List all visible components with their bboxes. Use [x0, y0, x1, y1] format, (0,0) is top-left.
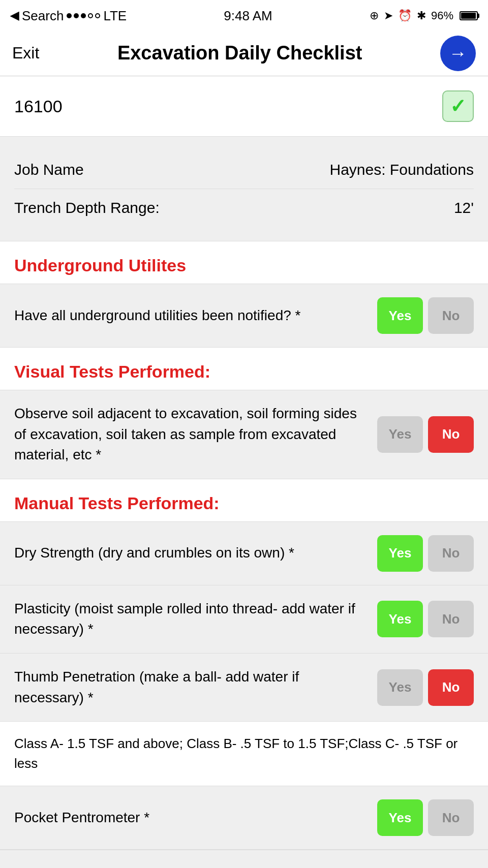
- dot3: [81, 13, 86, 18]
- checkmark-icon: ✓: [450, 95, 466, 117]
- status-right: ⊕ ➤ ⏰ ✱ 96%: [370, 9, 478, 22]
- thumb-penetration-yes-button[interactable]: Yes: [377, 669, 423, 706]
- underground-utilities-yes-no: Yes No: [377, 297, 474, 334]
- trench-depth-label: Trench Depth Range:: [14, 199, 160, 216]
- plasticity-question: Plasticity (moist sample rolled into thr…: [14, 599, 367, 640]
- manual-tests-title: Manual Tests Performed:: [14, 493, 220, 513]
- pocket-penetrometer-yes-no: Yes No: [377, 799, 474, 836]
- thumb-penetration-yes-no: Yes No: [377, 669, 474, 706]
- form-section: Job Name Haynes: Foundations Trench Dept…: [0, 136, 488, 241]
- time-label: 9:48 AM: [224, 8, 272, 24]
- manual-tests-header: Manual Tests Performed:: [0, 479, 488, 521]
- visual-tests-yes-button[interactable]: Yes: [377, 416, 423, 453]
- bluetooth-icon: ✱: [417, 9, 426, 22]
- visual-tests-no-button[interactable]: No: [428, 416, 474, 453]
- status-bar: ◀ Search LTE 9:48 AM ⊕ ➤ ⏰ ✱ 96%: [0, 0, 488, 30]
- visual-tests-question-row: Observe soil adjacent to excavation, soi…: [0, 390, 488, 479]
- network-type-label: LTE: [103, 8, 127, 24]
- underground-utilities-question-row: Have all underground utilities been noti…: [0, 284, 488, 348]
- visual-tests-question: Observe soil adjacent to excavation, soi…: [14, 404, 367, 466]
- checkmark-box[interactable]: ✓: [442, 90, 474, 122]
- dot1: [67, 13, 72, 18]
- dot2: [74, 13, 79, 18]
- class-note-row: Class A- 1.5 TSF and above; Class B- .5 …: [0, 722, 488, 786]
- location-icon: ➤: [384, 9, 393, 22]
- forward-button[interactable]: →: [440, 36, 476, 71]
- trench-depth-value: 12': [454, 199, 474, 216]
- pocket-penetrometer-no-button[interactable]: No: [428, 799, 474, 836]
- pocket-penetrometer-yes-button[interactable]: Yes: [377, 799, 423, 836]
- job-name-label: Job Name: [14, 161, 84, 178]
- plasticity-no-button[interactable]: No: [428, 601, 474, 637]
- underground-utilities-no-button[interactable]: No: [428, 297, 474, 334]
- visual-tests-header: Visual Tests Performed:: [0, 348, 488, 390]
- dot4: [88, 13, 93, 18]
- battery-percent-label: 96%: [431, 9, 453, 22]
- signal-dots: [67, 13, 100, 18]
- lock-icon: ⊕: [370, 9, 379, 22]
- job-name-value: Haynes: Foundations: [329, 161, 474, 178]
- thumb-penetration-no-button[interactable]: No: [428, 669, 474, 706]
- item-number-row: 16100 ✓: [0, 76, 488, 136]
- dry-strength-no-button[interactable]: No: [428, 535, 474, 572]
- visual-tests-title: Visual Tests Performed:: [14, 362, 210, 381]
- exit-button[interactable]: Exit: [12, 44, 39, 63]
- manual-tests-section: Dry Strength (dry and crumbles on its ow…: [0, 521, 488, 722]
- thumb-penetration-row: Thumb Penetration (make a ball- add wate…: [0, 654, 488, 721]
- pocket-penetrometer-row: Pocket Pentrometer * Yes No: [0, 786, 488, 850]
- underground-utilities-yes-button[interactable]: Yes: [377, 297, 423, 334]
- item-number-label: 16100: [14, 97, 63, 116]
- page-title: Excavation Daily Checklist: [39, 42, 440, 64]
- content-area: 16100 ✓ Job Name Haynes: Foundations Tre…: [0, 76, 488, 868]
- status-left: ◀ Search LTE: [10, 8, 127, 24]
- battery-fill: [461, 13, 476, 19]
- underground-utilities-question: Have all underground utilities been noti…: [14, 305, 367, 326]
- class-note-text: Class A- 1.5 TSF and above; Class B- .5 …: [14, 736, 458, 771]
- dry-strength-question: Dry Strength (dry and crumbles on its ow…: [14, 543, 367, 564]
- back-arrow-icon: ◀: [10, 9, 19, 22]
- alarm-icon: ⏰: [398, 9, 412, 22]
- forward-arrow-icon: →: [449, 43, 467, 64]
- pocket-penetrometer-question: Pocket Pentrometer *: [14, 808, 367, 828]
- plasticity-yes-no: Yes No: [377, 601, 474, 637]
- thumb-penetration-question: Thumb Penetration (make a ball- add wate…: [14, 667, 367, 708]
- partial-row: [0, 850, 488, 868]
- plasticity-row: Plasticity (moist sample rolled into thr…: [0, 585, 488, 654]
- underground-utilities-header: Underground Utilites: [0, 241, 488, 284]
- dry-strength-yes-button[interactable]: Yes: [377, 535, 423, 572]
- dry-strength-row: Dry Strength (dry and crumbles on its ow…: [0, 522, 488, 585]
- job-name-row: Job Name Haynes: Foundations: [14, 151, 474, 189]
- carrier-label: Search: [22, 8, 64, 24]
- trench-depth-row: Trench Depth Range: 12': [14, 189, 474, 227]
- visual-tests-yes-no: Yes No: [377, 416, 474, 453]
- underground-utilities-title: Underground Utilites: [14, 256, 186, 275]
- plasticity-yes-button[interactable]: Yes: [377, 601, 423, 637]
- battery-icon: [460, 11, 478, 20]
- nav-bar: Exit Excavation Daily Checklist →: [0, 30, 488, 76]
- dot5: [95, 13, 100, 18]
- dry-strength-yes-no: Yes No: [377, 535, 474, 572]
